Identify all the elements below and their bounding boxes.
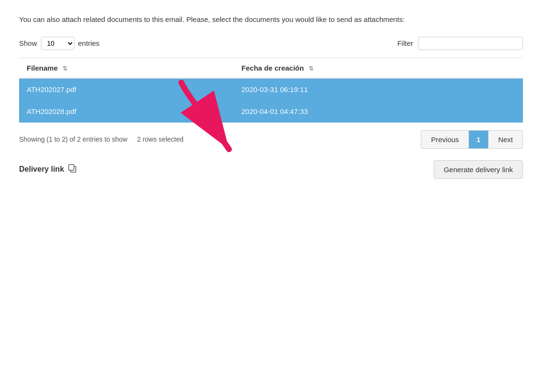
fecha-header[interactable]: Fecha de creación ⇅ <box>234 58 523 78</box>
fecha-cell: 2020-04-01 04:47:33 <box>234 100 523 122</box>
filter-area: Filter <box>397 37 523 50</box>
table-controls: Show 10 25 50 entries Filter <box>19 37 523 50</box>
show-entries-area: Show 10 25 50 entries <box>19 37 100 50</box>
delivery-section: Delivery link Generate delivery link <box>19 160 523 179</box>
filter-label: Filter <box>397 39 413 47</box>
pagination: Previous 1 Next <box>421 130 523 149</box>
filename-cell: ATH202028.pdf <box>19 100 234 122</box>
entries-select[interactable]: 10 25 50 <box>41 37 74 50</box>
rows-selected: 2 rows selected <box>137 135 183 143</box>
show-label: Show <box>19 39 37 47</box>
documents-table: Filename ⇅ Fecha de creación ⇅ ATH202027… <box>19 58 523 123</box>
table-footer-wrapper: Showing (1 to 2) of 2 entries to show 2 … <box>19 130 523 149</box>
delivery-label-text: Delivery link <box>19 165 64 174</box>
fecha-sort-icon[interactable]: ⇅ <box>309 65 313 72</box>
table-header-row: Filename ⇅ Fecha de creación ⇅ <box>19 58 523 78</box>
next-button[interactable]: Next <box>489 130 523 149</box>
table-footer: Showing (1 to 2) of 2 entries to show 2 … <box>19 130 523 149</box>
filename-sort-icon[interactable]: ⇅ <box>63 65 67 72</box>
showing-text: Showing (1 to 2) of 2 entries to show <box>19 135 127 143</box>
delivery-label-area: Delivery link <box>19 164 77 175</box>
table-row[interactable]: ATH202028.pdf 2020-04-01 04:47:33 <box>19 100 523 122</box>
generate-delivery-link-button[interactable]: Generate delivery link <box>434 160 523 179</box>
table-row[interactable]: ATH202027.pdf 2020-03-31 06:19:11 <box>19 78 523 101</box>
previous-button[interactable]: Previous <box>421 130 468 149</box>
svg-rect-2 <box>69 165 74 170</box>
fecha-cell: 2020-03-31 06:19:11 <box>234 78 523 101</box>
entries-label: entries <box>78 39 100 47</box>
copy-icon[interactable] <box>68 164 77 175</box>
footer-left: Showing (1 to 2) of 2 entries to show 2 … <box>19 135 184 143</box>
filter-input[interactable] <box>418 37 523 50</box>
filename-header[interactable]: Filename ⇅ <box>19 58 234 78</box>
page-number[interactable]: 1 <box>469 130 489 149</box>
filename-cell: ATH202027.pdf <box>19 78 234 101</box>
intro-text: You can also attach related documents to… <box>19 14 520 25</box>
